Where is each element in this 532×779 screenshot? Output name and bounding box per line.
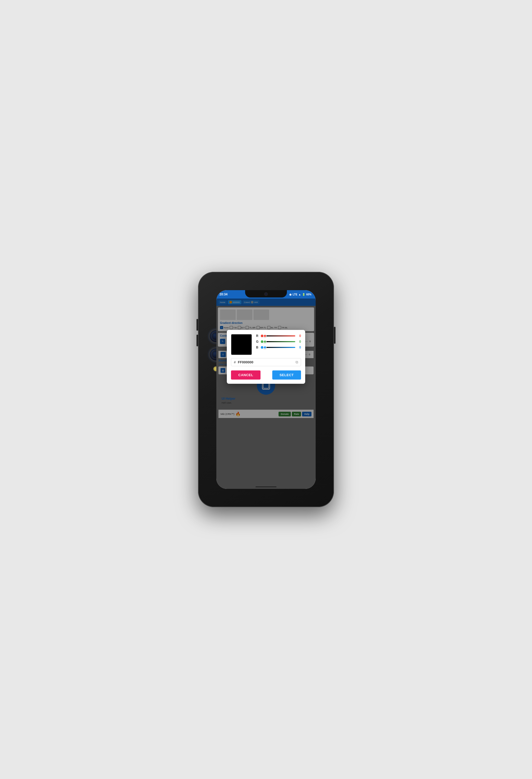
copy-icon[interactable]: ⧉ [295, 360, 298, 364]
b-dot [261, 346, 263, 349]
cancel-button[interactable]: CANCEL [231, 370, 261, 379]
color-preview-row: R 0 G [231, 334, 301, 355]
g-row: G 0 [256, 340, 301, 344]
status-time: 20:34 [219, 293, 227, 296]
hex-value[interactable]: FF000000 [238, 360, 293, 364]
r-row: R 0 [256, 334, 301, 338]
b-thumb[interactable] [263, 346, 267, 349]
select-button[interactable]: SELECT [272, 370, 301, 379]
r-slider[interactable] [265, 336, 295, 337]
r-value: 0 [297, 334, 301, 338]
r-label: R [256, 334, 259, 338]
power-button[interactable] [334, 327, 335, 344]
r-thumb[interactable] [263, 334, 267, 338]
signal-icon: ▲ [298, 293, 301, 296]
g-value: 0 [297, 340, 301, 344]
notch-camera [264, 292, 268, 296]
b-label: B [256, 346, 259, 349]
g-slider[interactable] [265, 341, 295, 342]
rgb-sliders: R 0 G [256, 334, 301, 351]
screen: 20:34 ◉ LTE ▲ 🔋 60% home 000000 [216, 290, 316, 489]
r-dot [261, 335, 263, 337]
g-label: G [256, 340, 259, 344]
hex-row: # FF000000 ⧉ [231, 358, 301, 366]
g-thumb[interactable] [263, 340, 267, 343]
lte-label: LTE [293, 293, 297, 296]
color-picker-overlay: R 0 G [216, 299, 316, 489]
color-picker-dialog: R 0 G [227, 330, 305, 384]
b-value: 0 [297, 346, 301, 349]
b-slider[interactable] [265, 347, 295, 348]
b-row: B 0 [256, 346, 301, 349]
volume-down-button[interactable] [197, 335, 198, 346]
hex-hash: # [234, 360, 236, 364]
status-icons: ◉ LTE ▲ 🔋 60% [289, 293, 312, 296]
wifi-icon: ◉ [289, 293, 291, 296]
g-dot [261, 340, 263, 343]
app-screen: home 000000 Color1 ### [216, 299, 316, 489]
dialog-buttons: CANCEL SELECT [231, 370, 301, 379]
battery-icon: 🔋 [302, 293, 305, 296]
notch [245, 290, 287, 297]
color-preview-box [231, 334, 252, 355]
battery-percent: 60% [306, 293, 312, 296]
phone-frame: 20:34 ◉ LTE ▲ 🔋 60% home 000000 [198, 272, 334, 507]
volume-up-button[interactable] [197, 319, 198, 331]
